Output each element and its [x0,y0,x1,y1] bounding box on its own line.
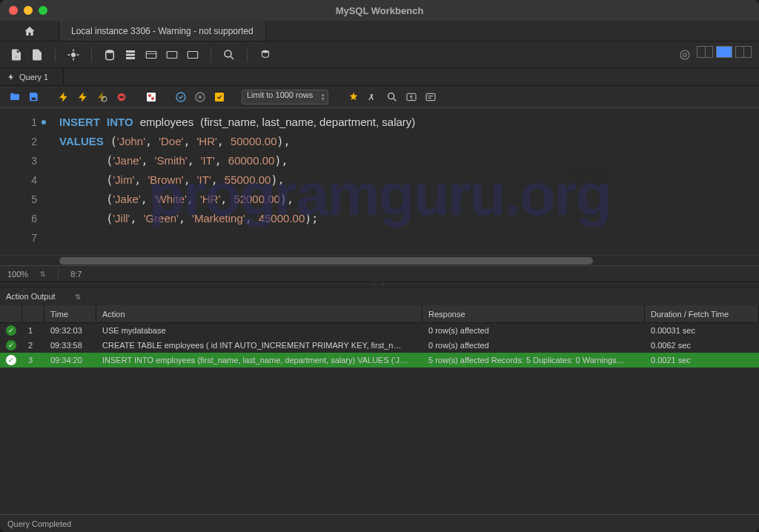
svg-line-11 [231,56,233,59]
svg-rect-5 [126,57,135,59]
sql-editor[interactable]: 1 2 3 4 5 6 7 INSERT INTO employees (fir… [0,108,759,255]
new-sql-tab-button[interactable]: + [7,46,25,64]
main-toolbar: + [0,41,759,68]
inspector-button[interactable] [64,46,82,64]
autocommit-button[interactable] [212,90,227,104]
panel-toggle-left[interactable] [697,46,713,58]
open-sql-button[interactable] [28,46,46,64]
svg-point-21 [148,94,151,97]
commit-button[interactable] [173,90,188,104]
svg-rect-30 [426,93,435,100]
svg-point-14 [683,53,687,56]
query-tab-label: Query 1 [19,73,48,82]
scrollbar-thumb[interactable] [59,257,593,265]
svg-point-1 [71,53,76,57]
titlebar: MySQL Workbench [0,0,759,21]
search-icon[interactable] [385,90,400,104]
svg-rect-19 [119,96,123,98]
editor-toolbar: Limit to 1000 rows ▲▼ ¶ [0,86,759,108]
db-button-2[interactable] [122,46,139,64]
svg-line-27 [394,99,396,101]
svg-point-13 [680,50,689,59]
panel-toggle-right[interactable] [735,46,752,58]
open-file-button[interactable] [7,90,22,104]
svg-rect-9 [188,51,198,58]
line-gutter: 1 2 3 4 5 6 7 [0,108,52,255]
stop-button[interactable] [114,90,129,104]
output-type-select[interactable]: Action Output [6,292,81,301]
col-time[interactable]: Time [44,305,96,322]
horizontal-scrollbar[interactable] [0,255,759,265]
execute-current-button[interactable] [76,90,90,104]
svg-rect-25 [215,93,224,102]
invisibles-button[interactable]: ¶ [404,90,419,104]
panel-toggle-bottom[interactable] [716,46,732,58]
svg-rect-3 [126,50,135,53]
svg-point-22 [151,97,154,100]
lightning-icon [7,73,15,81]
code-area[interactable]: INSERT INTO employees (first_name, last_… [52,108,759,255]
action-output-table: Time Action Response Duration / Fetch Ti… [0,305,759,368]
home-button[interactable] [0,21,59,41]
db-button-3[interactable] [142,46,160,64]
col-duration[interactable]: Duration / Fetch Time [645,305,759,322]
rollback-button[interactable] [193,90,208,104]
success-icon: ✓ [6,340,16,350]
output-row[interactable]: ✓ 2 09:33:58 CREATE TABLE employees ( id… [0,338,759,353]
beautify-button[interactable] [346,90,361,104]
query-tabs: Query 1 [0,68,759,86]
success-icon: ✓ [6,355,16,365]
wrap-button[interactable] [423,90,438,104]
svg-rect-15 [32,97,36,99]
save-file-button[interactable] [27,90,42,104]
svg-point-10 [225,50,231,57]
home-icon [24,25,36,37]
execute-button[interactable] [56,90,71,104]
panel-splitter[interactable]: ⋮⋮ [0,282,759,287]
find-button[interactable] [365,90,380,104]
cursor-position: 8:7 [70,270,82,279]
svg-point-26 [388,93,394,99]
close-window-button[interactable] [9,6,18,15]
connection-tabbar: Local instance 3306 - Warning - not supp… [0,21,759,41]
output-table-header: Time Action Response Duration / Fetch Ti… [0,305,759,323]
svg-rect-4 [126,53,135,56]
svg-point-23 [176,93,185,102]
col-response[interactable]: Response [422,305,645,322]
search-button[interactable] [220,46,238,64]
svg-rect-8 [167,51,177,58]
db-button-1[interactable] [101,46,119,64]
output-panel-header: Action Output [0,287,759,305]
svg-rect-20 [147,93,156,102]
svg-text:¶: ¶ [410,94,413,99]
explain-button[interactable] [95,90,110,104]
success-icon: ✓ [6,325,16,336]
window-title: MySQL Workbench [336,5,424,16]
svg-rect-6 [146,51,156,58]
connection-tab[interactable]: Local instance 3306 - Warning - not supp… [59,21,266,41]
svg-point-16 [84,93,87,96]
minimize-window-button[interactable] [24,6,33,15]
editor-statusbar: 100% ⇅ 8:7 [0,265,759,282]
settings-icon[interactable] [676,46,694,64]
output-row-selected[interactable]: ✓ 3 09:34:20 INSERT INTO employees (firs… [0,353,759,368]
svg-point-12 [262,50,269,53]
col-action[interactable]: Action [96,305,422,322]
zoom-level[interactable]: 100% [7,270,28,279]
output-row[interactable]: ✓ 1 09:32:03 USE mydatabase 0 row(s) aff… [0,323,759,338]
statement-marker [42,120,46,124]
db-button-5[interactable] [184,46,202,64]
maximize-window-button[interactable] [39,6,47,15]
db-button-4[interactable] [163,46,181,64]
status-text: Query Completed [7,519,71,528]
zoom-arrows[interactable]: ⇅ [40,270,46,278]
reconnect-button[interactable] [256,46,274,64]
status-footer: Query Completed [0,514,759,532]
query-tab[interactable]: Query 1 [0,68,64,85]
limit-rows-select[interactable]: Limit to 1000 rows ▲▼ [242,90,328,104]
toggle-1-button[interactable] [144,90,159,104]
svg-point-2 [106,50,114,53]
svg-text:+: + [15,53,19,59]
